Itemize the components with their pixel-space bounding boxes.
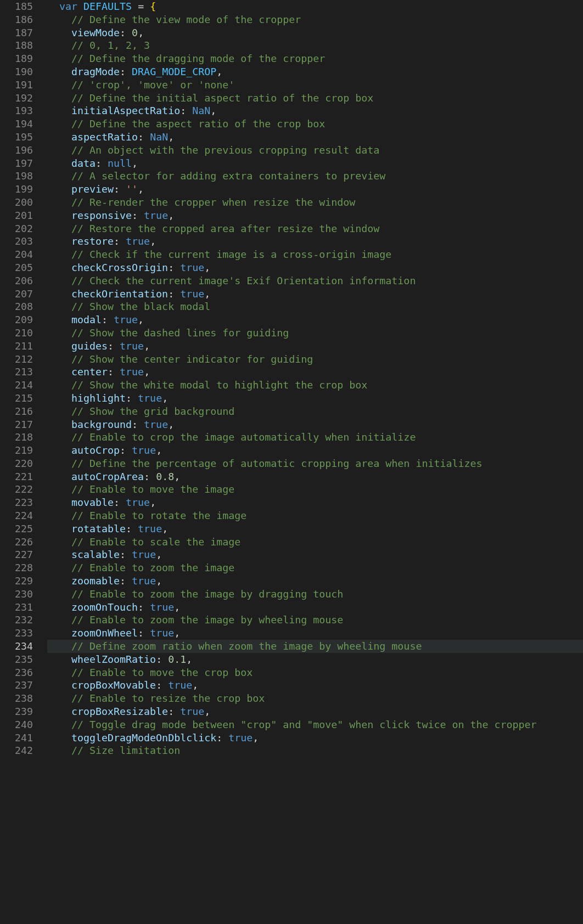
code-line[interactable]: // Define the percentage of automatic cr… xyxy=(47,457,583,470)
line-number[interactable]: 207 xyxy=(5,288,33,301)
line-number[interactable]: 229 xyxy=(5,574,33,588)
line-number[interactable]: 206 xyxy=(5,274,33,288)
code-line[interactable]: // Enable to crop the image automaticall… xyxy=(47,431,583,444)
line-number[interactable]: 238 xyxy=(5,692,33,705)
code-line[interactable]: data: null, xyxy=(47,157,583,170)
line-number[interactable]: 237 xyxy=(5,679,33,692)
line-number[interactable]: 225 xyxy=(5,522,33,536)
line-number[interactable]: 194 xyxy=(5,117,33,131)
line-number[interactable]: 230 xyxy=(5,588,33,601)
code-line[interactable]: highlight: true, xyxy=(47,392,583,405)
code-line[interactable]: // A selector for adding extra container… xyxy=(47,170,583,183)
code-line[interactable]: // 0, 1, 2, 3 xyxy=(47,39,583,52)
line-number[interactable]: 196 xyxy=(5,144,33,157)
line-number[interactable]: 228 xyxy=(5,561,33,574)
code-line[interactable]: viewMode: 0, xyxy=(47,26,583,40)
code-line[interactable]: // Define the view mode of the cropper xyxy=(47,13,583,26)
code-line[interactable]: // Enable to move the crop box xyxy=(47,666,583,679)
code-line[interactable]: // Define the dragging mode of the cropp… xyxy=(47,52,583,65)
line-number[interactable]: 232 xyxy=(5,613,33,627)
line-number[interactable]: 209 xyxy=(5,313,33,326)
line-number[interactable]: 187 xyxy=(5,26,33,40)
code-line[interactable]: scalable: true, xyxy=(47,548,583,561)
code-line[interactable]: // Show the center indicator for guiding xyxy=(47,353,583,366)
line-number[interactable]: 195 xyxy=(5,131,33,144)
code-area[interactable]: var DEFAULTS = { // Define the view mode… xyxy=(45,0,583,924)
line-number[interactable]: 242 xyxy=(5,744,33,757)
line-number[interactable]: 198 xyxy=(5,170,33,183)
code-line[interactable]: // 'crop', 'move' or 'none' xyxy=(47,78,583,92)
line-number[interactable]: 201 xyxy=(5,209,33,222)
code-line[interactable]: background: true, xyxy=(47,418,583,431)
code-line[interactable]: // Define zoom ratio when zoom the image… xyxy=(47,640,583,653)
line-number[interactable]: 240 xyxy=(5,718,33,731)
line-number[interactable]: 222 xyxy=(5,483,33,496)
code-line[interactable]: // Enable to move the image xyxy=(47,483,583,496)
code-line[interactable]: dragMode: DRAG_MODE_CROP, xyxy=(47,65,583,78)
line-number[interactable]: 227 xyxy=(5,548,33,561)
line-number[interactable]: 236 xyxy=(5,666,33,679)
code-line[interactable]: // Enable to rotate the image xyxy=(47,509,583,522)
line-number[interactable]: 192 xyxy=(5,92,33,105)
line-number[interactable]: 205 xyxy=(5,261,33,274)
code-line[interactable]: responsive: true, xyxy=(47,209,583,222)
line-number[interactable]: 220 xyxy=(5,457,33,470)
line-number[interactable]: 221 xyxy=(5,470,33,483)
code-line[interactable]: zoomOnWheel: true, xyxy=(47,627,583,640)
code-line[interactable]: var DEFAULTS = { xyxy=(47,0,583,13)
line-number[interactable]: 215 xyxy=(5,392,33,405)
line-number[interactable]: 239 xyxy=(5,705,33,718)
line-number[interactable]: 211 xyxy=(5,340,33,353)
code-line[interactable]: guides: true, xyxy=(47,340,583,353)
code-line[interactable]: zoomable: true, xyxy=(47,574,583,588)
line-number-gutter[interactable]: 1851861871881891901911921931941951961971… xyxy=(0,0,45,924)
line-number[interactable]: 216 xyxy=(5,405,33,418)
code-line[interactable]: // Enable to zoom the image by wheeling … xyxy=(47,613,583,627)
line-number[interactable]: 223 xyxy=(5,496,33,509)
code-line[interactable]: wheelZoomRatio: 0.1, xyxy=(47,653,583,666)
line-number[interactable]: 202 xyxy=(5,222,33,235)
code-line[interactable]: preview: '', xyxy=(47,183,583,196)
code-editor[interactable]: 1851861871881891901911921931941951961971… xyxy=(0,0,583,924)
code-line[interactable]: initialAspectRatio: NaN, xyxy=(47,104,583,117)
code-line[interactable]: // Enable to scale the image xyxy=(47,536,583,549)
code-line[interactable]: // Show the white modal to highlight the… xyxy=(47,379,583,392)
line-number[interactable]: 224 xyxy=(5,509,33,522)
code-line[interactable]: center: true, xyxy=(47,365,583,379)
code-line[interactable]: // Define the aspect ratio of the crop b… xyxy=(47,117,583,131)
line-number[interactable]: 210 xyxy=(5,326,33,340)
line-number[interactable]: 203 xyxy=(5,235,33,248)
code-line[interactable]: // Check if the current image is a cross… xyxy=(47,248,583,261)
line-number[interactable]: 218 xyxy=(5,431,33,444)
code-line[interactable]: aspectRatio: NaN, xyxy=(47,131,583,144)
line-number[interactable]: 213 xyxy=(5,365,33,379)
code-line[interactable]: toggleDragModeOnDblclick: true, xyxy=(47,731,583,745)
line-number[interactable]: 191 xyxy=(5,78,33,92)
line-number[interactable]: 226 xyxy=(5,536,33,549)
code-line[interactable]: modal: true, xyxy=(47,313,583,326)
line-number[interactable]: 217 xyxy=(5,418,33,431)
line-number[interactable]: 234 xyxy=(5,640,33,653)
code-line[interactable]: // Define the initial aspect ratio of th… xyxy=(47,92,583,105)
code-line[interactable]: rotatable: true, xyxy=(47,522,583,536)
code-line[interactable]: autoCropArea: 0.8, xyxy=(47,470,583,483)
code-line[interactable]: cropBoxMovable: true, xyxy=(47,679,583,692)
line-number[interactable]: 235 xyxy=(5,653,33,666)
code-line[interactable]: // Size limitation xyxy=(47,744,583,757)
line-number[interactable]: 199 xyxy=(5,183,33,196)
code-line[interactable]: autoCrop: true, xyxy=(47,444,583,457)
code-line[interactable]: // An object with the previous cropping … xyxy=(47,144,583,157)
line-number[interactable]: 190 xyxy=(5,65,33,78)
code-line[interactable]: // Enable to zoom the image xyxy=(47,561,583,574)
line-number[interactable]: 189 xyxy=(5,52,33,65)
code-line[interactable]: // Show the dashed lines for guiding xyxy=(47,326,583,340)
code-line[interactable]: // Show the grid background xyxy=(47,405,583,418)
line-number[interactable]: 219 xyxy=(5,444,33,457)
code-line[interactable]: // Show the black modal xyxy=(47,300,583,313)
line-number[interactable]: 185 xyxy=(5,0,33,13)
code-line[interactable]: checkCrossOrigin: true, xyxy=(47,261,583,274)
line-number[interactable]: 208 xyxy=(5,300,33,313)
code-line[interactable]: // Check the current image's Exif Orient… xyxy=(47,274,583,288)
code-line[interactable]: // Re-render the cropper when resize the… xyxy=(47,196,583,209)
line-number[interactable]: 214 xyxy=(5,379,33,392)
